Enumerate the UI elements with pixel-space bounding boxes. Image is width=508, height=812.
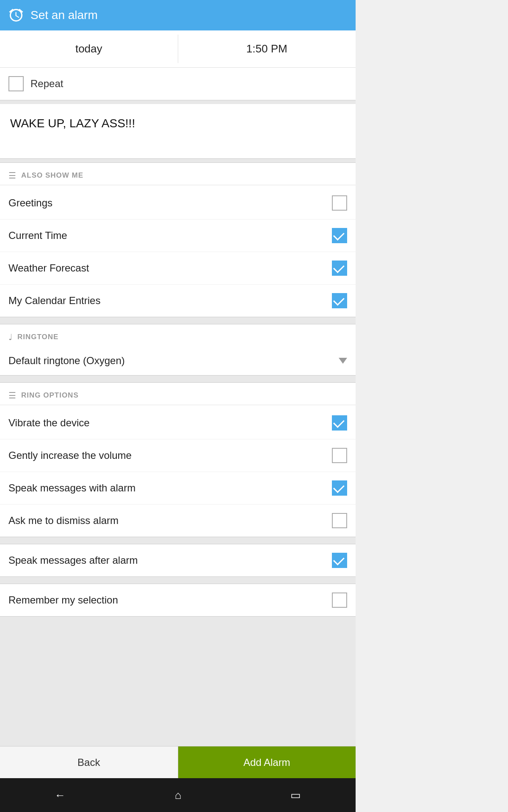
gap-3: [0, 321, 356, 324]
current-time-row: Current Time: [0, 219, 356, 252]
time-cell[interactable]: 1:50 PM: [178, 30, 356, 67]
ringtone-value-row[interactable]: Default ringtone (Oxygen): [0, 346, 356, 375]
dismiss-alarm-checkbox[interactable]: [332, 513, 347, 528]
repeat-row: Repeat: [0, 68, 356, 101]
remember-row: Remember my selection: [0, 584, 356, 616]
calendar-entries-checkbox[interactable]: [332, 293, 347, 308]
gap-5: [0, 540, 356, 544]
bottom-buttons: Back Add Alarm: [0, 746, 356, 778]
greetings-checkbox[interactable]: [332, 195, 347, 211]
greetings-label: Greetings: [8, 197, 52, 209]
greetings-row: Greetings: [0, 187, 356, 219]
music-icon: ♩: [8, 332, 12, 342]
ringtone-header: ♩ RINGTONE: [0, 324, 356, 346]
ring-options-label: RING OPTIONS: [21, 391, 79, 400]
repeat-label: Repeat: [30, 78, 63, 90]
datetime-row: today 1:50 PM: [0, 30, 356, 68]
back-button[interactable]: Back: [0, 746, 178, 778]
gentle-volume-row: Gently increase the volume: [0, 439, 356, 472]
header-title: Set an alarm: [30, 8, 98, 22]
gap-1: [0, 101, 356, 104]
dropdown-arrow-icon: [339, 358, 347, 364]
also-show-me-label: ALSO SHOW ME: [21, 171, 83, 180]
ring-options-header: ☰ RING OPTIONS: [0, 383, 356, 405]
speak-messages-checkbox[interactable]: [332, 480, 347, 496]
speak-messages-label: Speak messages with alarm: [8, 482, 135, 494]
section-divider-2: [0, 405, 356, 405]
ring-options-icon: ☰: [8, 390, 16, 401]
speak-after-row: Speak messages after alarm: [0, 544, 356, 576]
ring-options-section: ☰ RING OPTIONS Vibrate the device Gently…: [0, 382, 356, 537]
weather-forecast-label: Weather Forecast: [8, 262, 89, 274]
remember-label: Remember my selection: [8, 594, 118, 606]
vibrate-checkbox[interactable]: [332, 415, 347, 431]
vibrate-label: Vibrate the device: [8, 417, 90, 429]
message-text: WAKE UP, LAZY ASS!!!: [10, 117, 135, 130]
dismiss-alarm-row: Ask me to dismiss alarm: [0, 505, 356, 537]
vibrate-row: Vibrate the device: [0, 407, 356, 439]
gap-4: [0, 379, 356, 382]
app-header: Set an alarm: [0, 0, 356, 30]
date-cell[interactable]: today: [0, 30, 178, 67]
current-time-checkbox[interactable]: [332, 228, 347, 243]
list-icon: ☰: [8, 170, 16, 181]
dismiss-alarm-label: Ask me to dismiss alarm: [8, 515, 119, 527]
main-content: today 1:50 PM Repeat WAKE UP, LAZY ASS!!…: [0, 30, 356, 746]
gap-6: [0, 580, 356, 584]
repeat-checkbox[interactable]: [8, 76, 24, 91]
nav-recents-icon[interactable]: ▭: [290, 789, 301, 802]
remember-section: Remember my selection: [0, 584, 356, 617]
nav-back-icon[interactable]: ←: [55, 789, 66, 802]
gentle-volume-checkbox[interactable]: [332, 448, 347, 463]
alarm-icon: [8, 8, 24, 23]
ringtone-label: RINGTONE: [17, 333, 58, 341]
nav-bar: ← ⌂ ▭: [0, 778, 356, 812]
speak-after-checkbox[interactable]: [332, 553, 347, 568]
calendar-entries-row: My Calendar Entries: [0, 285, 356, 317]
weather-forecast-checkbox[interactable]: [332, 261, 347, 276]
remember-checkbox[interactable]: [332, 593, 347, 608]
section-divider-1: [0, 185, 356, 185]
gap-2: [0, 159, 356, 162]
add-alarm-button[interactable]: Add Alarm: [178, 746, 356, 778]
weather-forecast-row: Weather Forecast: [0, 252, 356, 285]
also-show-me-section: ☰ ALSO SHOW ME Greetings Current Time We…: [0, 162, 356, 317]
speak-messages-row: Speak messages with alarm: [0, 472, 356, 505]
gap-7: [0, 620, 356, 623]
nav-home-icon[interactable]: ⌂: [175, 789, 182, 802]
ringtone-value: Default ringtone (Oxygen): [8, 355, 125, 367]
speak-after-section: Speak messages after alarm: [0, 544, 356, 577]
also-show-me-header: ☰ ALSO SHOW ME: [0, 163, 356, 185]
current-time-label: Current Time: [8, 230, 67, 241]
ringtone-section: ♩ RINGTONE Default ringtone (Oxygen): [0, 324, 356, 376]
speak-after-label: Speak messages after alarm: [8, 554, 138, 566]
gentle-volume-label: Gently increase the volume: [8, 450, 132, 461]
calendar-entries-label: My Calendar Entries: [8, 295, 100, 307]
message-area[interactable]: WAKE UP, LAZY ASS!!!: [0, 104, 356, 159]
